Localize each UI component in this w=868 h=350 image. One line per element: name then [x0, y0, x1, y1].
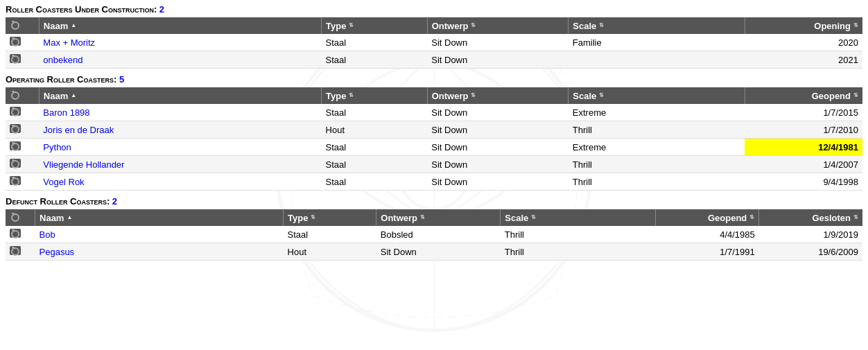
table-cell: Sit Down [376, 243, 501, 261]
row-link[interactable]: Joris en de Draak [43, 125, 114, 135]
camera-row-icon[interactable] [10, 107, 21, 116]
table-cell: Staal [322, 51, 428, 69]
row-link[interactable]: Bob [40, 229, 55, 240]
sort-type-df-icon[interactable]: ⇅ [311, 215, 315, 220]
camera-cell[interactable] [6, 139, 39, 156]
table-cell: onbekend [39, 51, 321, 69]
sort-type-op-icon[interactable]: ⇅ [349, 93, 354, 98]
table-row: onbekendStaalSit Down2021 [6, 51, 862, 69]
table-row: BobStaalBobsledThrill4/4/19851/9/2019 [6, 226, 862, 243]
table-cell: Sit Down [427, 104, 568, 121]
table-cell: Vogel Rok [39, 173, 321, 191]
table-row: PythonStaalSit DownExtreme12/4/1981 [6, 139, 862, 156]
table-cell: 1/7/1991 [656, 243, 759, 261]
sort-scale-df-icon[interactable]: ⇅ [531, 215, 536, 220]
defunct-count[interactable]: 2 [112, 196, 117, 207]
camera-cell[interactable] [6, 226, 35, 243]
table-cell: Bobsled [376, 226, 501, 243]
sort-geopend-op-icon[interactable]: ⇅ [853, 93, 858, 98]
table-cell: Bob [35, 226, 284, 243]
table-cell: Staal [322, 156, 428, 173]
col-header-naam-uc[interactable]: Naam ▲ [39, 17, 321, 34]
camera-cell[interactable] [6, 243, 35, 261]
camera-row-icon[interactable] [10, 54, 21, 63]
table-cell: Sit Down [427, 156, 568, 173]
col-header-camera-op [6, 87, 39, 104]
table-cell: Extreme [568, 139, 745, 156]
col-header-opening-uc[interactable]: Opening ⇅ [745, 17, 862, 34]
camera-cell[interactable] [6, 51, 39, 69]
col-header-type-df[interactable]: Type ⇅ [284, 209, 376, 226]
col-header-scale-op[interactable]: Scale ⇅ [568, 87, 745, 104]
table-row: Vogel RokStaalSit DownThrill9/4/1998 [6, 173, 862, 191]
camera-row-icon[interactable] [10, 229, 21, 238]
col-header-scale-df[interactable]: Scale ⇅ [501, 209, 656, 226]
camera-cell[interactable] [6, 104, 39, 121]
table-row: Joris en de DraakHoutSit DownThrill1/7/2… [6, 121, 862, 139]
camera-row-icon[interactable] [10, 176, 21, 185]
camera-cell[interactable] [6, 121, 39, 139]
sort-opening-uc-icon[interactable]: ⇅ [853, 23, 858, 28]
sort-ontwerp-uc-icon[interactable]: ⇅ [471, 23, 476, 28]
row-link[interactable]: Baron 1898 [43, 107, 89, 118]
row-link[interactable]: onbekend [43, 55, 83, 65]
col-header-type-op[interactable]: Type ⇅ [322, 87, 428, 104]
sort-scale-op-icon[interactable]: ⇅ [599, 93, 604, 98]
table-cell: Sit Down [427, 51, 568, 69]
camera-header-df-icon [10, 212, 21, 221]
col-header-gesloten-df[interactable]: Gesloten ⇅ [759, 209, 862, 226]
sort-naam-df-icon[interactable]: ▲ [67, 215, 72, 220]
row-link[interactable]: Max + Moritz [43, 37, 95, 48]
col-header-naam-op[interactable]: Naam ▲ [39, 87, 321, 104]
table-cell: 19/6/2009 [759, 243, 862, 261]
camera-row-icon[interactable] [10, 37, 21, 46]
camera-cell[interactable] [6, 156, 39, 173]
camera-row-icon[interactable] [10, 141, 21, 150]
row-link[interactable]: Vogel Rok [43, 177, 84, 187]
operating-title: Operating Roller Coasters: 5 [6, 74, 862, 85]
under-construction-count[interactable]: 2 [159, 4, 164, 15]
row-link[interactable]: Python [43, 142, 71, 152]
table-cell: Staal [284, 226, 376, 243]
table-cell: Hout [322, 121, 428, 139]
table-cell: 9/4/1998 [745, 173, 862, 191]
sort-geopend-df-icon[interactable]: ⇅ [749, 215, 754, 220]
sort-scale-uc-icon[interactable]: ⇅ [599, 23, 604, 28]
row-link[interactable]: Vliegende Hollander [43, 159, 124, 170]
operating-table: Naam ▲ Type ⇅ Ontwerp ⇅ [6, 87, 862, 191]
camera-row-icon[interactable] [10, 246, 21, 255]
table-row: Vliegende HollanderStaalSit DownThrill1/… [6, 156, 862, 173]
table-cell: Staal [322, 173, 428, 191]
col-header-ontwerp-op[interactable]: Ontwerp ⇅ [427, 87, 568, 104]
table-cell: 12/4/1981 [745, 139, 862, 156]
col-header-type-uc[interactable]: Type ⇅ [322, 17, 428, 34]
col-header-geopend-df[interactable]: Geopend ⇅ [656, 209, 759, 226]
table-cell: Hout [284, 243, 376, 261]
sort-type-uc-icon[interactable]: ⇅ [349, 23, 354, 28]
sort-naam-op-icon[interactable]: ▲ [71, 93, 76, 98]
sort-ontwerp-df-icon[interactable]: ⇅ [420, 215, 425, 220]
camera-cell[interactable] [6, 34, 39, 51]
col-header-ontwerp-uc[interactable]: Ontwerp ⇅ [427, 17, 568, 34]
table-cell: Thrill [568, 173, 745, 191]
table-cell: Joris en de Draak [39, 121, 321, 139]
table-cell: 2020 [745, 34, 862, 51]
operating-count[interactable]: 5 [119, 74, 124, 85]
col-header-ontwerp-df[interactable]: Ontwerp ⇅ [376, 209, 501, 226]
table-cell: Thrill [501, 226, 656, 243]
sort-ontwerp-op-icon[interactable]: ⇅ [471, 93, 476, 98]
col-header-geopend-op[interactable]: Geopend ⇅ [745, 87, 862, 104]
col-header-camera-uc [6, 17, 39, 34]
sort-naam-uc-icon[interactable]: ▲ [71, 23, 76, 28]
row-link[interactable]: Pegasus [40, 247, 75, 257]
sort-gesloten-df-icon[interactable]: ⇅ [853, 215, 858, 220]
camera-cell[interactable] [6, 173, 39, 191]
table-cell: Sit Down [427, 34, 568, 51]
col-header-scale-uc[interactable]: Scale ⇅ [568, 17, 745, 34]
camera-row-icon[interactable] [10, 159, 21, 168]
table-row: Max + MoritzStaalSit DownFamilie2020 [6, 34, 862, 51]
table-cell: Baron 1898 [39, 104, 321, 121]
camera-row-icon[interactable] [10, 124, 21, 133]
under-construction-title: Roller Coasters Under Construction: 2 [6, 4, 862, 15]
col-header-naam-df[interactable]: Naam ▲ [35, 209, 284, 226]
